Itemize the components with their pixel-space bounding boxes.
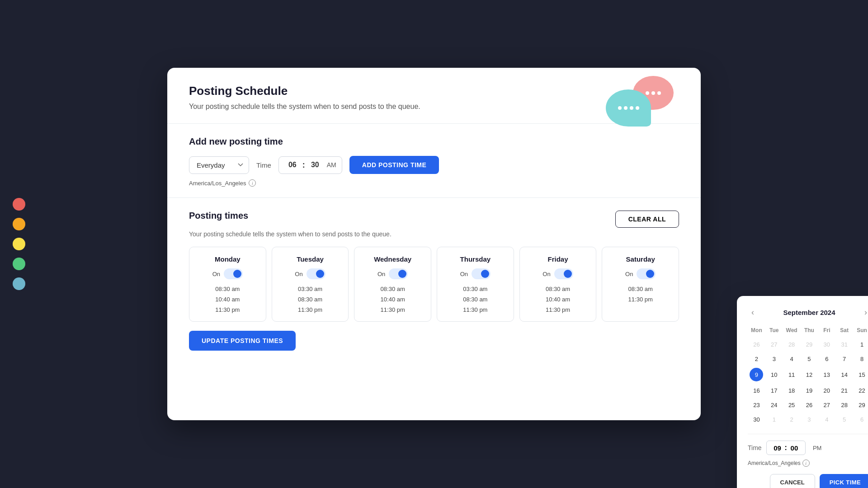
calendar-cancel-button[interactable]: CANCEL [770, 474, 815, 488]
cal-day-cell[interactable]: 9 [748, 366, 765, 383]
add-time-title: Add new posting time [189, 136, 679, 147]
cal-day-cell[interactable]: 4 [818, 412, 835, 427]
posting-times-section: Posting times CLEAR ALL Your posting sch… [167, 198, 701, 367]
cal-weekday-header: Fri [818, 325, 835, 337]
cal-day-cell[interactable]: 29 [853, 398, 868, 412]
cal-day-cell[interactable]: 2 [748, 352, 765, 366]
day-card: MondayOn08:30 am10:40 am11:30 pm [189, 247, 266, 322]
day-toggle[interactable] [224, 268, 243, 279]
cal-day-cell[interactable]: 1 [853, 337, 868, 352]
time-item: 11:30 pm [609, 296, 671, 303]
cal-day-cell[interactable]: 25 [783, 398, 801, 412]
calendar-prev-button[interactable]: ‹ [748, 307, 758, 318]
cal-day-cell[interactable]: 5 [835, 412, 853, 427]
posting-times-subtitle: Your posting schedule tells the system w… [189, 230, 679, 238]
cal-day-cell[interactable]: 17 [765, 383, 783, 398]
day-select[interactable]: Everyday Monday Tuesday Wednesday Thursd… [189, 156, 249, 174]
cal-day-cell[interactable]: 11 [783, 366, 801, 383]
cal-day-cell[interactable]: 28 [783, 337, 801, 352]
side-dot [13, 277, 25, 290]
main-card: Posting Schedule Your posting schedule t… [167, 68, 701, 420]
cal-day-cell[interactable]: 24 [765, 398, 783, 412]
cal-day-cell[interactable]: 29 [801, 337, 818, 352]
cal-day-cell[interactable]: 30 [748, 412, 765, 427]
bubble-dots-pink [646, 91, 661, 95]
toggle-label: On [625, 271, 633, 277]
day-card: ThursdayOn03:30 am08:30 am11:30 pm [437, 247, 514, 322]
toggle-thumb [233, 270, 241, 278]
time-item: 08:30 am [197, 286, 259, 292]
cal-day-cell[interactable]: 15 [853, 366, 868, 383]
cal-minute-input[interactable] [788, 444, 801, 452]
cal-day-cell[interactable]: 4 [783, 352, 801, 366]
cal-day-cell[interactable]: 27 [765, 337, 783, 352]
toggle-label: On [377, 271, 385, 277]
cal-day-cell[interactable]: 30 [818, 337, 835, 352]
calendar-next-button[interactable]: › [861, 307, 868, 318]
clear-all-button[interactable]: CLEAR ALL [615, 211, 679, 228]
hour-input[interactable]: 06 [284, 161, 301, 169]
cal-day-cell[interactable]: 1 [765, 412, 783, 427]
cal-day-cell[interactable]: 18 [783, 383, 801, 398]
cal-day-cell[interactable]: 19 [801, 383, 818, 398]
toggle-thumb [481, 270, 489, 278]
timezone-text: America/Los_Angeles [189, 180, 246, 187]
cal-day-cell[interactable]: 28 [835, 398, 853, 412]
dot2 [651, 91, 655, 95]
update-posting-times-button[interactable]: UPDATE POSTING TIMES [189, 331, 296, 351]
calendar-actions: CANCEL PICK TIME [748, 474, 868, 488]
cal-day-cell[interactable]: 23 [748, 398, 765, 412]
time-item: 08:30 am [279, 296, 341, 303]
cal-day-cell[interactable]: 26 [801, 398, 818, 412]
cal-time-inputs: : [766, 441, 806, 455]
time-item: 08:30 am [609, 286, 671, 292]
side-dot [13, 258, 25, 270]
cal-info-icon: i [802, 460, 810, 467]
cal-day-cell[interactable]: 8 [853, 352, 868, 366]
cal-day-cell[interactable]: 22 [853, 383, 868, 398]
header-section: Posting Schedule Your posting schedule t… [167, 68, 701, 124]
cal-time-label: Time [748, 444, 762, 451]
cal-day-cell[interactable]: 14 [835, 366, 853, 383]
cal-day-cell[interactable]: 7 [835, 352, 853, 366]
day-card: SaturdayOn08:30 am11:30 pm [602, 247, 679, 322]
cal-day-cell[interactable]: 27 [818, 398, 835, 412]
cal-hour-input[interactable] [771, 444, 784, 452]
cal-selected-day: 9 [750, 368, 763, 381]
cal-day-cell[interactable]: 12 [801, 366, 818, 383]
day-toggle[interactable] [472, 268, 491, 279]
ampm-label: AM [327, 161, 336, 169]
cal-day-cell[interactable]: 16 [748, 383, 765, 398]
cal-day-cell[interactable]: 21 [835, 383, 853, 398]
cal-day-cell[interactable]: 6 [818, 352, 835, 366]
time-list: 08:30 am10:40 am11:30 pm [197, 286, 259, 313]
cal-day-cell[interactable]: 26 [748, 337, 765, 352]
cal-day-cell[interactable]: 2 [783, 412, 801, 427]
cal-day-cell[interactable]: 3 [765, 352, 783, 366]
cal-day-cell[interactable]: 20 [818, 383, 835, 398]
toggle-label: On [295, 271, 302, 277]
day-toggle[interactable] [307, 268, 326, 279]
calendar-pick-time-button[interactable]: PICK TIME [820, 474, 868, 488]
calendar-overlay: ‹ September 2024 › MonTueWedThuFriSatSun… [737, 296, 868, 488]
day-name: Friday [527, 255, 589, 263]
cal-day-cell[interactable]: 3 [801, 412, 818, 427]
day-toggle[interactable] [554, 268, 573, 279]
cal-day-cell[interactable]: 13 [818, 366, 835, 383]
day-toggle[interactable] [389, 268, 408, 279]
time-item: 10:40 am [362, 296, 424, 303]
cal-day-cell[interactable]: 6 [853, 412, 868, 427]
toggle-thumb [398, 270, 406, 278]
cal-time-separator: : [785, 444, 787, 452]
time-item: 11:30 pm [362, 306, 424, 313]
time-item: 10:40 am [527, 296, 589, 303]
cal-day-cell[interactable]: 5 [801, 352, 818, 366]
cal-day-cell[interactable]: 10 [765, 366, 783, 383]
add-posting-time-button[interactable]: ADD POSTING TIME [349, 156, 439, 174]
minute-input[interactable]: 30 [307, 161, 323, 169]
cal-day-cell[interactable]: 31 [835, 337, 853, 352]
day-toggle[interactable] [637, 268, 656, 279]
info-icon: i [249, 179, 256, 187]
dot1 [646, 91, 649, 95]
time-list: 03:30 am08:30 am11:30 pm [444, 286, 506, 313]
